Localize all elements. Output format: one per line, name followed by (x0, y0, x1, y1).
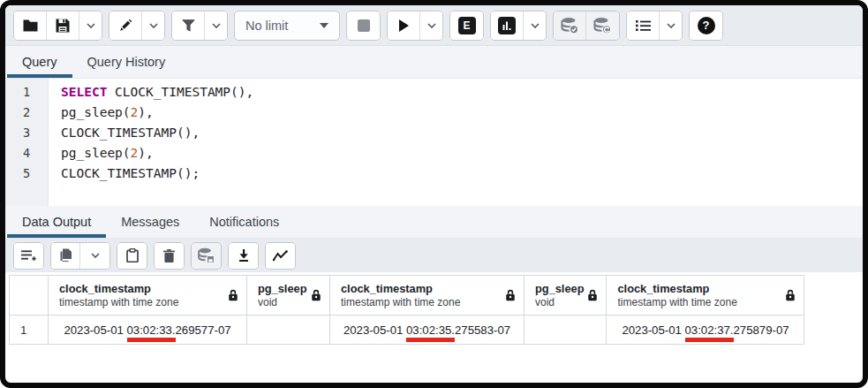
column-type: timestamp with time zone (617, 296, 736, 309)
filter-button[interactable] (172, 11, 205, 40)
execute-button[interactable] (388, 11, 420, 40)
table-row: 12023-05-01 03:02:33.269577-072023-05-01… (10, 316, 804, 345)
lock-icon (311, 289, 321, 301)
editor-line[interactable]: 2pg_sleep(2), (5, 103, 863, 123)
stop-button[interactable] (347, 11, 380, 40)
download-icon (238, 249, 250, 262)
trash-icon (163, 249, 175, 262)
database-save-icon (198, 247, 215, 263)
macros-button[interactable] (627, 11, 660, 40)
code-line: pg_sleep(2), (48, 143, 154, 164)
sql-editor[interactable]: 1SELECT CLOCK_TIMESTAMP(),2pg_sleep(2),3… (5, 79, 863, 206)
tab-data-output[interactable]: Data Output (7, 206, 106, 238)
value-cell[interactable] (247, 316, 330, 345)
row-number-header[interactable] (10, 276, 49, 316)
column-name: clock_timestamp (341, 282, 460, 296)
explain-button[interactable]: E (450, 11, 483, 40)
column-name: pg_sleep (535, 282, 584, 296)
line-number: 5 (5, 164, 48, 184)
delete-group (154, 242, 185, 270)
lock-icon (505, 289, 516, 301)
column-type: void (258, 296, 306, 309)
line-number: 3 (5, 123, 48, 143)
line-number: 4 (5, 143, 48, 164)
row-limit-value: No limit (245, 19, 288, 33)
edit-group (109, 11, 165, 41)
bar-chart-icon (498, 17, 516, 34)
lock-icon (587, 289, 598, 301)
save-options-chevron[interactable] (79, 11, 102, 40)
query-tabbar: QueryQuery History (5, 46, 863, 79)
tab-query-history[interactable]: Query History (72, 46, 181, 78)
paste-group (117, 242, 147, 270)
column-header-pg_sleep[interactable]: pg_sleepvoid (525, 276, 607, 316)
transaction-group (553, 11, 620, 41)
edit-button[interactable] (109, 11, 142, 40)
delete-row-button[interactable] (155, 243, 184, 269)
help-icon: ? (698, 17, 715, 34)
value-cell[interactable] (525, 316, 607, 345)
query-tool-window: No limit E (0, 0, 868, 388)
save-data-group (191, 242, 222, 270)
column-header-clock_timestamp[interactable]: clock_timestamptimestamp with time zone (330, 276, 525, 316)
editor-line[interactable]: 3CLOCK_TIMESTAMP(), (5, 123, 863, 143)
column-header-pg_sleep[interactable]: pg_sleepvoid (247, 276, 330, 316)
list-icon (636, 19, 651, 32)
column-header-clock_timestamp[interactable]: clock_timestamptimestamp with time zone (607, 276, 804, 316)
tab-query[interactable]: Query (7, 46, 72, 78)
execute-options-chevron[interactable] (420, 11, 442, 40)
tab-messages[interactable]: Messages (106, 206, 194, 238)
copy-options-chevron[interactable] (80, 243, 109, 269)
save-data-button[interactable] (192, 243, 221, 269)
save-icon (56, 19, 70, 33)
column-header-clock_timestamp[interactable]: clock_timestamptimestamp with time zone (49, 276, 247, 316)
filter-group (171, 11, 228, 41)
copy-button[interactable] (51, 243, 80, 269)
code-line: CLOCK_TIMESTAMP(); (48, 164, 200, 184)
stop-group (346, 11, 381, 41)
graph-visualiser-button[interactable] (266, 243, 295, 269)
filter-options-chevron[interactable] (205, 11, 227, 40)
value-cell[interactable]: 2023-05-01 03:02:35.275583-07 (330, 316, 525, 345)
red-underlined-time: 03:02:35. (406, 323, 455, 342)
row-limit-select[interactable]: No limit (234, 11, 340, 41)
editor-line[interactable]: 1SELECT CLOCK_TIMESTAMP(), (5, 82, 863, 103)
pencil-icon (118, 19, 132, 33)
explain-options-chevron[interactable] (524, 11, 546, 40)
paste-button[interactable] (117, 243, 147, 269)
value-cell[interactable]: 2023-05-01 03:02:37.275879-07 (607, 316, 804, 345)
open-file-button[interactable] (14, 11, 47, 40)
tab-notifications[interactable]: Notifications (194, 206, 294, 238)
results-grid: clock_timestamptimestamp with time zonep… (5, 272, 863, 345)
filter-icon (182, 19, 195, 32)
value-cell[interactable]: 2023-05-01 03:02:33.269577-07 (49, 316, 247, 345)
row-number-cell[interactable]: 1 (10, 316, 49, 345)
code-line: SELECT CLOCK_TIMESTAMP(), (48, 82, 253, 103)
results-toolbar (5, 239, 863, 272)
dropdown-caret-icon (320, 23, 328, 28)
editor-line[interactable]: 4pg_sleep(2), (5, 143, 863, 164)
save-button[interactable] (47, 11, 79, 40)
explain-analyze-group (490, 11, 547, 41)
add-row-group (13, 242, 44, 270)
explain-e-icon: E (458, 17, 476, 34)
red-underlined-time: 03:02:33. (127, 323, 176, 342)
column-type: timestamp with time zone (59, 296, 178, 309)
column-type: void (535, 296, 584, 309)
download-csv-button[interactable] (229, 243, 258, 269)
clipboard-icon (126, 248, 139, 262)
explain-analyze-button[interactable] (491, 11, 524, 40)
line-number: 1 (5, 82, 48, 103)
lock-icon (228, 289, 238, 301)
commit-button[interactable] (554, 11, 586, 40)
edit-options-chevron[interactable] (142, 11, 164, 40)
editor-line[interactable]: 5CLOCK_TIMESTAMP(); (5, 164, 863, 184)
help-button[interactable]: ? (690, 11, 722, 40)
add-row-button[interactable] (14, 243, 43, 269)
file-group (13, 11, 102, 41)
macros-options-chevron[interactable] (660, 11, 682, 40)
chevron-down-icon (531, 23, 540, 28)
chevron-down-icon (212, 23, 221, 28)
red-underlined-time: 03:02:37. (685, 323, 734, 342)
rollback-button[interactable] (586, 11, 619, 40)
